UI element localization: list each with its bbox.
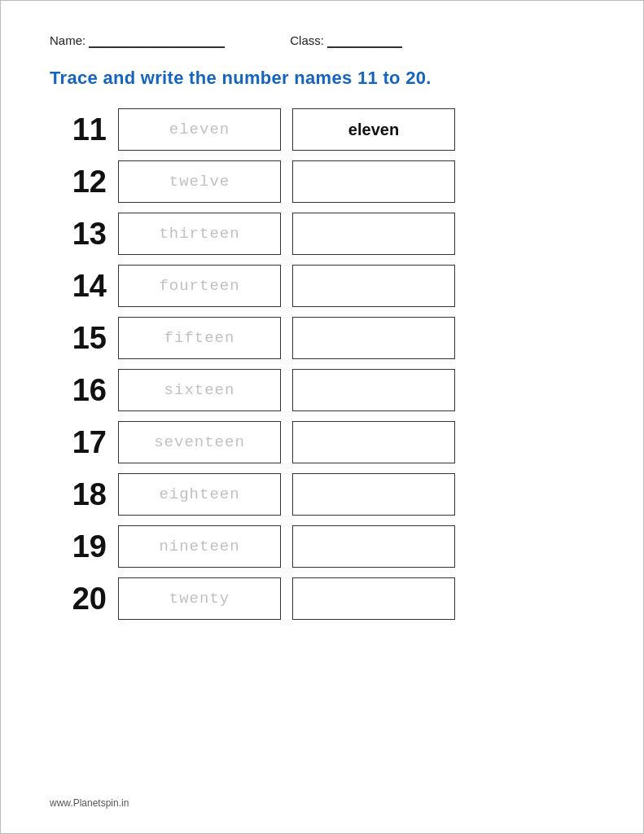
number-row: 13thirteen xyxy=(50,209,594,258)
trace-box: eighteen xyxy=(118,473,281,516)
number-row: 11eleveneleven xyxy=(50,105,594,154)
website-label: www.Planetspin.in xyxy=(50,797,129,809)
number-label: 12 xyxy=(50,166,107,197)
worksheet-page: Name: ____________________ Class: ______… xyxy=(0,0,644,834)
class-field: Class: ___________ xyxy=(290,33,402,48)
trace-box: sixteen xyxy=(118,369,281,411)
number-row: 19nineteen xyxy=(50,522,594,571)
write-box[interactable] xyxy=(292,421,455,463)
number-row: 12twelve xyxy=(50,157,594,206)
number-row: 17seventeen xyxy=(50,418,594,467)
write-box[interactable] xyxy=(292,473,455,516)
write-box[interactable] xyxy=(292,265,455,307)
class-underline: ___________ xyxy=(327,33,402,48)
trace-box: nineteen xyxy=(118,525,281,568)
write-box[interactable] xyxy=(292,160,455,203)
number-row: 15fifteen xyxy=(50,314,594,362)
number-label: 20 xyxy=(50,583,107,614)
number-row: 20twenty xyxy=(50,574,594,623)
write-box[interactable] xyxy=(292,213,455,255)
number-label: 11 xyxy=(50,114,107,145)
name-underline: ____________________ xyxy=(89,33,225,48)
trace-box: eleven xyxy=(118,108,281,151)
trace-box: thirteen xyxy=(118,213,281,255)
number-label: 14 xyxy=(50,270,107,301)
trace-box: twelve xyxy=(118,160,281,203)
number-label: 18 xyxy=(50,479,107,510)
number-row: 16sixteen xyxy=(50,366,594,415)
class-label: Class: xyxy=(290,33,324,47)
write-box[interactable]: eleven xyxy=(292,108,455,151)
header-fields: Name: ____________________ Class: ______… xyxy=(50,33,594,48)
number-row: 14fourteen xyxy=(50,261,594,310)
number-label: 13 xyxy=(50,218,107,249)
number-label: 16 xyxy=(50,375,107,406)
worksheet-title: Trace and write the number names 11 to 2… xyxy=(50,68,594,89)
trace-box: twenty xyxy=(118,577,281,620)
write-box[interactable] xyxy=(292,577,455,620)
trace-box: seventeen xyxy=(118,421,281,463)
trace-box: fourteen xyxy=(118,265,281,307)
write-box[interactable] xyxy=(292,525,455,568)
number-rows: 11eleveneleven12twelve13thirteen14fourte… xyxy=(50,105,594,784)
name-label: Name: xyxy=(50,33,85,47)
number-label: 17 xyxy=(50,427,107,458)
name-field: Name: ____________________ xyxy=(50,33,225,48)
footer: www.Planetspin.in xyxy=(50,792,594,809)
trace-box: fifteen xyxy=(118,317,281,359)
number-label: 15 xyxy=(50,323,107,353)
write-box[interactable] xyxy=(292,317,455,359)
number-label: 19 xyxy=(50,531,107,562)
write-box[interactable] xyxy=(292,369,455,411)
number-row: 18eighteen xyxy=(50,470,594,519)
